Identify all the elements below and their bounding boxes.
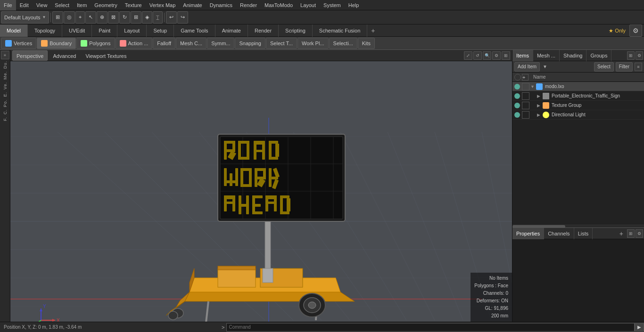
sidebar-label-f[interactable]: F. <box>3 116 8 122</box>
tool-action[interactable]: Action ... <box>116 38 153 49</box>
menu-vertex-map[interactable]: Vertex Map <box>146 0 180 10</box>
tb-snap-obj[interactable]: ◎ <box>64 11 75 24</box>
sidebar-label-edge[interactable]: E. <box>3 91 8 98</box>
command-input[interactable] <box>226 323 635 332</box>
mode-tab-add[interactable]: + <box>367 24 379 37</box>
tb-select-tool[interactable]: ↖ <box>85 11 96 24</box>
mode-tab-render[interactable]: Render <box>248 24 279 37</box>
vp-btn-reset[interactable]: ↺ <box>473 51 482 60</box>
tb-redo[interactable]: ↪ <box>177 11 188 24</box>
scene[interactable]: X Y Z No Items Polygons : Face Channels:… <box>10 61 512 322</box>
tb-transform[interactable]: ⊕ <box>97 11 107 24</box>
prop-tab-properties[interactable]: Properties <box>512 228 544 239</box>
sidebar-label-dup[interactable]: Du. <box>3 60 8 70</box>
prop-tab-lists[interactable]: Lists <box>574 228 593 239</box>
mode-tab-setup[interactable]: Setup <box>147 24 174 37</box>
tool-vertices[interactable]: Vertices <box>1 38 36 49</box>
items-tab-groups[interactable]: Groups <box>586 50 611 61</box>
vp-btn-zoom[interactable]: 🔍 <box>483 51 491 60</box>
items-tab-mesh[interactable]: Mesh ... <box>533 50 560 61</box>
select-button[interactable]: Select <box>594 62 614 72</box>
mode-tab-model[interactable]: Model <box>0 24 28 37</box>
item-row-dir-light[interactable]: ▶ Directional Light <box>512 110 644 120</box>
tb-snap[interactable]: ⌶ <box>153 11 163 24</box>
item-render-modo[interactable] <box>522 83 529 90</box>
vp-tab-viewport-textures[interactable]: Viewport Textures <box>81 50 131 61</box>
prop-tab-channels[interactable]: Channels <box>544 228 574 239</box>
tool-snapping[interactable]: Snapping <box>235 38 265 49</box>
vp-tab-perspective[interactable]: Perspective <box>12 50 48 61</box>
tool-selecti[interactable]: Selecti... <box>329 38 357 49</box>
tool-boundary[interactable]: Boundary <box>37 38 76 49</box>
menu-texture[interactable]: Texture <box>121 0 146 10</box>
item-render-texture[interactable] <box>522 102 529 109</box>
mode-tab-uvedit[interactable]: UVEdit <box>62 24 92 37</box>
items-ctrl-settings[interactable]: ⚙ <box>636 51 643 60</box>
menu-animate[interactable]: Animate <box>179 0 206 10</box>
item-vis-light[interactable] <box>514 112 520 118</box>
items-tb-settings[interactable]: ≡ <box>635 63 642 71</box>
menu-maxtomodo[interactable]: MaxToModo <box>261 0 297 10</box>
mode-tab-animate[interactable]: Animate <box>215 24 248 37</box>
menu-render[interactable]: Render <box>236 0 261 10</box>
tool-falloff[interactable]: Falloff <box>153 38 175 49</box>
tool-polygons[interactable]: Polygons <box>76 38 115 49</box>
mode-tab-layout[interactable]: Layout <box>117 24 147 37</box>
tb-pivot[interactable]: ◈ <box>142 11 152 24</box>
item-expand-texture[interactable]: ▶ <box>537 103 542 108</box>
mode-star-only[interactable]: ★ Only <box>605 24 629 37</box>
menu-system[interactable]: System <box>320 0 345 10</box>
menu-edit[interactable]: Edit <box>16 0 33 10</box>
item-expand-light[interactable]: ▶ <box>537 113 542 117</box>
tb-snap-grid[interactable]: ⊞ <box>52 11 63 24</box>
mode-tab-gametools[interactable]: Game Tools <box>174 24 215 37</box>
sidebar-label-c[interactable]: C. <box>3 108 8 115</box>
tb-undo[interactable]: ↩ <box>166 11 177 24</box>
item-expand-modo[interactable]: ▼ <box>530 84 535 89</box>
menu-item[interactable]: Item <box>73 0 91 10</box>
menu-help[interactable]: Help <box>345 0 363 10</box>
sidebar-label-poly[interactable]: Po. <box>3 98 8 108</box>
command-submit[interactable]: ▶ <box>635 323 644 332</box>
menu-geometry[interactable]: Geometry <box>91 0 121 10</box>
tool-mesh-c[interactable]: Mesh C... <box>176 38 206 49</box>
items-tab-shading[interactable]: Shading <box>560 50 586 61</box>
tb-scale[interactable]: ⊠ <box>108 11 119 24</box>
sidebar-label-vert[interactable]: Ve. <box>3 81 8 90</box>
menu-layout[interactable]: Layout <box>297 0 320 10</box>
vp-tab-advanced[interactable]: Advanced <box>49 50 80 61</box>
item-render-traffic[interactable] <box>522 92 529 100</box>
tool-symm[interactable]: Symm... <box>207 38 234 49</box>
item-vis-texture[interactable] <box>514 103 520 108</box>
menu-select[interactable]: Select <box>51 0 73 10</box>
layout-dropdown[interactable]: Default Layouts ▼ <box>1 11 49 24</box>
items-ctrl-expand[interactable]: ⊞ <box>627 51 635 60</box>
vp-btn-fit[interactable]: ⤢ <box>464 51 472 60</box>
menu-dynamics[interactable]: Dynamics <box>206 0 236 10</box>
add-item-button[interactable]: Add Item <box>514 62 540 72</box>
item-row-texture-group[interactable]: ▶ Texture Group <box>512 101 644 110</box>
prop-ctrl-expand[interactable]: ⊞ <box>627 229 635 238</box>
item-expand-traffic[interactable]: ▶ <box>537 94 542 98</box>
menu-file[interactable]: File <box>0 0 16 10</box>
mode-tab-scripting[interactable]: Scripting <box>279 24 313 37</box>
item-vis-modo[interactable] <box>514 84 520 89</box>
item-row-traffic-sign[interactable]: ▶ Portable_Electronic_Traffic_Sign <box>512 91 644 101</box>
sidebar-label-mes[interactable]: Me. <box>3 70 8 81</box>
prop-ctrl-settings[interactable]: ⚙ <box>636 229 643 238</box>
menu-view[interactable]: View <box>33 0 51 10</box>
item-render-light[interactable] <box>522 111 529 119</box>
item-vis-traffic[interactable] <box>514 93 520 99</box>
filter-button[interactable]: Filter <box>616 62 633 72</box>
tb-rotate[interactable]: ↻ <box>119 11 130 24</box>
tool-select-t[interactable]: Select T... <box>266 38 297 49</box>
vp-btn-expand[interactable]: ⊞ <box>502 51 510 60</box>
tb-cursor[interactable]: ⌖ <box>75 11 85 24</box>
mode-tab-topology[interactable]: Topology <box>28 24 62 37</box>
mode-tab-paint[interactable]: Paint <box>92 24 117 37</box>
sidebar-btn-1[interactable]: ≡ <box>1 51 9 59</box>
viewport[interactable]: Perspective Advanced Viewport Textures ⤢… <box>10 50 512 322</box>
tb-move[interactable]: ⊞ <box>131 11 141 24</box>
mode-tab-schematic[interactable]: Schematic Fusion <box>313 24 367 37</box>
vp-btn-settings[interactable]: ⚙ <box>492 51 501 60</box>
